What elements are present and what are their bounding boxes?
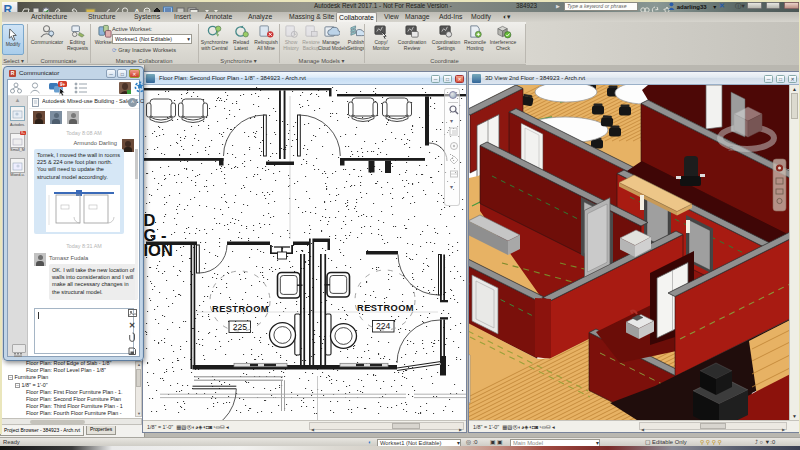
svg-text:9+: 9+ <box>60 82 66 87</box>
svg-text:S: S <box>728 144 733 153</box>
svg-text:RESTROOM: RESTROOM <box>212 304 269 314</box>
svg-text:RESTROOM: RESTROOM <box>357 303 414 313</box>
